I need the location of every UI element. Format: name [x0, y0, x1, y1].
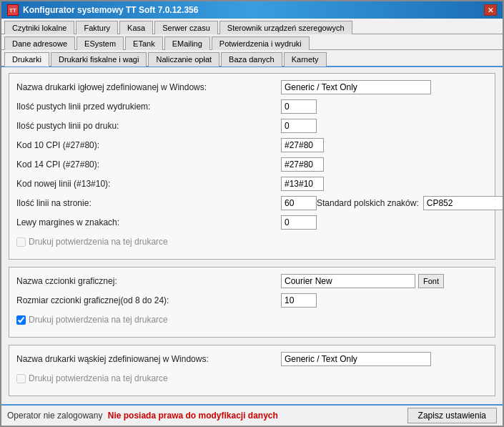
row-empty-lines-after: Ilość pustych linii po druku: — [16, 118, 488, 134]
tab-baza-danych[interactable]: Baza danych — [221, 52, 282, 67]
label-kod14cpi: Kod 14 CPI (#27#80): — [16, 159, 281, 170]
row-kod14cpi: Kod 14 CPI (#27#80): — [16, 157, 488, 172]
tab-etank[interactable]: ETank — [125, 36, 163, 50]
tab-faktury[interactable]: Faktury — [76, 21, 118, 34]
window-title: Konfigurator systemowy TT Soft 7.0.12.35… — [23, 5, 198, 15]
row-kod-nowej-linii: Kod nowej linii (#13#10): — [16, 176, 488, 192]
input-empty-lines-before[interactable] — [281, 99, 317, 114]
label-empty-lines-before: Ilość pustych linii przed wydrukiem: — [16, 102, 281, 112]
input-kod14cpi[interactable] — [281, 157, 324, 172]
checkbox1-label[interactable]: Drukuj potwierdzenia na tej drukarce — [16, 237, 168, 247]
tab-dane-adresowe[interactable]: Dane adresowe — [4, 36, 75, 50]
label-margin: Lewy margines w znakach: — [16, 217, 281, 227]
tab-drukarki[interactable]: Drukarki — [4, 52, 49, 67]
title-bar: TT Konfigurator systemowy TT Soft 7.0.12… — [1, 1, 503, 19]
tab-czytniki-lokalne[interactable]: Czytniki lokalne — [4, 21, 74, 34]
label-font-name: Nazwa czcionki graficznej: — [16, 276, 281, 286]
row-font-name: Nazwa czcionki graficznej: Font — [16, 273, 488, 289]
input-ilosc-linii[interactable] — [281, 196, 317, 210]
row-margin: Lewy margines w znakach: — [16, 215, 488, 230]
app-icon: TT — [7, 4, 19, 16]
main-window: TT Konfigurator systemowy TT Soft 7.0.12… — [0, 0, 504, 427]
input-empty-lines-after[interactable] — [281, 119, 317, 133]
row-kod10cpi: Kod 10 CPI (#27#80): — [16, 137, 488, 153]
checkbox1-input[interactable] — [16, 237, 26, 247]
input-margin[interactable] — [281, 215, 317, 230]
section-waska: Nazwa drukarki wąskiej zdefiniowanej w W… — [9, 345, 495, 396]
tab-emailing[interactable]: EMailing — [164, 36, 210, 50]
input-font-size[interactable] — [281, 293, 317, 308]
input-font-name[interactable] — [281, 274, 415, 288]
tab-potwierdzenia[interactable]: Potwierdzenia i wydruki — [212, 36, 310, 50]
label-empty-lines-after: Ilość pustych linii po druku: — [16, 121, 281, 131]
status-bar: Operator nie zalogowany Nie posiada praw… — [1, 404, 503, 426]
tabs-row-1: Czytniki lokalne Faktury Kasa Serwer cza… — [1, 19, 503, 34]
row-lines-standard: Ilość linii na stronie: Standard polskic… — [16, 195, 488, 211]
status-text: Operator nie zalogowany Nie posiada praw… — [7, 411, 278, 421]
select-cp852[interactable]: CP852 ISO-8859-2 Windows-1250 — [423, 196, 503, 210]
input-kod10cpi[interactable] — [281, 138, 324, 152]
title-buttons: ✕ — [484, 4, 497, 16]
save-button[interactable]: Zapisz ustawienia — [407, 408, 497, 423]
row-printer-waska: Nazwa drukarki wąskiej zdefiniowanej w W… — [16, 351, 488, 367]
input-printer-iglowa[interactable] — [281, 80, 431, 94]
checkbox2-input[interactable] — [16, 315, 26, 325]
title-bar-left: TT Konfigurator systemowy TT Soft 7.0.12… — [7, 4, 198, 16]
tab-serwer-czasu[interactable]: Serwer czasu — [154, 21, 218, 34]
tab-sterownik[interactable]: Sterownik urządzeń szeregowych — [219, 21, 352, 34]
checkbox3-label[interactable]: Drukuj potwierdzenia na tej drukarce — [16, 373, 168, 383]
label-ilosc-linii: Ilość linii na stronie: — [16, 198, 281, 208]
input-kod-nowej-linii[interactable] — [281, 177, 324, 191]
row-checkbox2: Drukuj potwierdzenia na tej drukarce — [16, 312, 488, 328]
checkbox3-input[interactable] — [16, 374, 26, 383]
section-graficzna: Nazwa czcionki graficznej: Font Rozmiar … — [9, 267, 495, 338]
label-font-size: Rozmiar czcionki graficznej(od 8 do 24): — [16, 295, 281, 305]
tab-drukarki-fiskalne[interactable]: Drukarki fiskalne i wagi — [51, 52, 147, 67]
font-button[interactable]: Font — [418, 274, 444, 288]
content-area: Nazwa drukarki igłowej zdefiniowanej w W… — [1, 67, 503, 404]
label-standard-polskich: Standard polskich znaków: — [317, 198, 419, 208]
row-font-size: Rozmiar czcionki graficznej(od 8 do 24): — [16, 293, 488, 308]
section-iglowa: Nazwa drukarki igłowej zdefiniowanej w W… — [9, 73, 495, 260]
row-checkbox1: Drukuj potwierdzenia na tej drukarce — [16, 234, 488, 250]
label-kod10cpi: Kod 10 CPI (#27#80): — [16, 140, 281, 150]
row-checkbox3: Drukuj potwierdzenia na tej drukarce — [16, 370, 488, 386]
row-empty-lines-before: Ilość pustych linii przed wydrukiem: — [16, 99, 488, 114]
label-kod-nowej-linii: Kod nowej linii (#13#10): — [16, 179, 281, 189]
tabs-row-2: Dane adresowe ESystem ETank EMailing Pot… — [1, 34, 503, 50]
tabs-row-3: Drukarki Drukarki fiskalne i wagi Nalicz… — [1, 50, 503, 67]
checkbox2-label[interactable]: Drukuj potwierdzenia na tej drukarce — [16, 315, 168, 325]
label-printer-iglowa: Nazwa drukarki igłowej zdefiniowanej w W… — [16, 82, 281, 92]
input-printer-waska[interactable] — [281, 352, 431, 366]
label-printer-waska: Nazwa drukarki wąskiej zdefiniowanej w W… — [16, 354, 281, 364]
close-button[interactable]: ✕ — [484, 4, 497, 16]
tab-kasa[interactable]: Kasa — [119, 21, 153, 34]
tab-naliczanie-oplat[interactable]: Naliczanie opłat — [148, 52, 219, 67]
tab-karnety[interactable]: Karnety — [284, 52, 327, 67]
tab-esystem[interactable]: ESystem — [76, 36, 124, 50]
status-highlight: Nie posiada prawa do modyfikacji danych — [108, 411, 278, 421]
row-printer-iglowa: Nazwa drukarki igłowej zdefiniowanej w W… — [16, 79, 488, 95]
select-wrapper-cp: CP852 ISO-8859-2 Windows-1250 — [423, 196, 503, 210]
